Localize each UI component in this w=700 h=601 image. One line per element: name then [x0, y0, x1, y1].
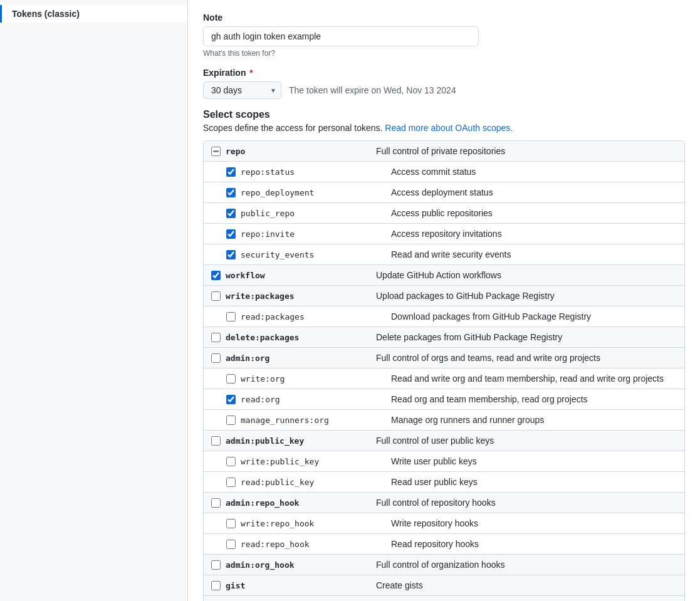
scope-row: delete:packagesDelete packages from GitH… — [204, 327, 684, 348]
scope-checkbox-admin_repo_hook[interactable] — [211, 498, 221, 508]
scope-desc: Upload packages to GitHub Package Regist… — [376, 291, 677, 301]
scope-row: repo:statusAccess commit status — [204, 162, 684, 182]
scope-name: security_events — [241, 250, 391, 259]
sidebar: Tokens (classic) — [0, 0, 188, 601]
scope-row: write:public_keyWrite user public keys — [204, 451, 684, 472]
scope-checkbox-write_public_key[interactable] — [226, 457, 236, 466]
note-group: Note What's this token for? — [203, 13, 685, 58]
scope-row: admin:public_keyFull control of user pub… — [204, 431, 684, 451]
scope-desc: Create gists — [376, 580, 677, 590]
scope-desc: Read and write security events — [391, 249, 677, 259]
scope-checkbox-security_events[interactable] — [226, 250, 236, 259]
scope-name: admin:org_hook — [226, 560, 376, 570]
main-content: Note What's this token for? Expiration *… — [188, 0, 700, 601]
scope-desc: Full control of repository hooks — [376, 498, 677, 508]
scope-desc: Read repository hooks — [391, 539, 677, 549]
scope-name: read:packages — [241, 312, 391, 321]
expiration-group: Expiration * 30 days 60 days 90 days No … — [203, 68, 685, 99]
scopes-desc: Scopes define the access for personal to… — [203, 123, 685, 133]
scope-desc: Update GitHub Action workflows — [376, 270, 677, 280]
scope-checkbox-write_repo_hook[interactable] — [226, 519, 236, 528]
scope-desc: Access repository invitations — [391, 229, 677, 239]
scope-desc: Read org and team membership, read org p… — [391, 394, 677, 404]
scope-checkbox-read_repo_hook[interactable] — [226, 540, 236, 549]
scope-name: read:org — [241, 395, 391, 404]
scope-name: repo:invite — [241, 229, 391, 239]
scope-row: admin:org_hookFull control of organizati… — [204, 555, 684, 575]
scope-row: read:orgRead org and team membership, re… — [204, 389, 684, 410]
scope-checkbox-repo_status[interactable] — [226, 167, 236, 177]
scope-desc: Access deployment status — [391, 187, 677, 197]
scope-row: write:repo_hookWrite repository hooks — [204, 513, 684, 534]
expiration-select-wrapper: 30 days 60 days 90 days No expiration Cu… — [203, 81, 281, 99]
scope-row: security_eventsRead and write security e… — [204, 244, 684, 265]
note-input[interactable] — [203, 26, 479, 46]
scope-checkbox-read_public_key[interactable] — [226, 478, 236, 487]
scope-desc: Write repository hooks — [391, 518, 677, 528]
scope-checkbox-repo[interactable] — [211, 147, 221, 156]
scope-checkbox-gist[interactable] — [211, 581, 221, 590]
scope-desc: Write user public keys — [391, 456, 677, 466]
scope-desc: Full control of user public keys — [376, 436, 677, 446]
scope-row: workflowUpdate GitHub Action workflows — [204, 265, 684, 286]
scope-name: admin:public_key — [226, 436, 376, 446]
scopes-table: repoFull control of private repositories… — [203, 140, 685, 601]
scope-name: repo:status — [241, 167, 391, 177]
scope-row: admin:orgFull control of orgs and teams,… — [204, 348, 684, 368]
scope-name: delete:packages — [226, 333, 376, 342]
required-marker: * — [249, 68, 253, 78]
scope-name: read:public_key — [241, 478, 391, 487]
scope-row: manage_runners:orgManage org runners and… — [204, 410, 684, 431]
scope-row: read:packagesDownload packages from GitH… — [204, 306, 684, 327]
scope-checkbox-manage_runners_org[interactable] — [226, 415, 236, 425]
scope-name: write:repo_hook — [241, 519, 391, 528]
scope-name: read:repo_hook — [241, 540, 391, 549]
scopes-group: Select scopes Scopes define the access f… — [203, 109, 685, 601]
scope-desc: Full control of organization hooks — [376, 560, 677, 570]
scope-name: workflow — [226, 271, 376, 280]
expiration-select[interactable]: 30 days 60 days 90 days No expiration Cu… — [203, 81, 281, 99]
sidebar-item-label: Tokens (classic) — [12, 9, 80, 19]
scope-name: admin:org — [226, 353, 376, 363]
scope-name: manage_runners:org — [241, 415, 391, 425]
scope-name: repo_deployment — [241, 188, 391, 197]
scope-checkbox-delete_packages[interactable] — [211, 333, 221, 342]
scope-checkbox-read_org[interactable] — [226, 395, 236, 404]
oauth-scopes-link[interactable]: Read more about OAuth scopes. — [385, 123, 513, 133]
scope-checkbox-repo_invite[interactable] — [226, 229, 236, 239]
scope-name: write:public_key — [241, 457, 391, 466]
scope-row: repoFull control of private repositories — [204, 141, 684, 162]
scope-name: public_repo — [241, 209, 391, 218]
scope-checkbox-admin_org_hook[interactable] — [211, 560, 221, 570]
scope-row: repo:inviteAccess repository invitations — [204, 224, 684, 244]
scope-name: admin:repo_hook — [226, 498, 376, 508]
scope-row: read:repo_hookRead repository hooks — [204, 534, 684, 555]
scope-row: gistCreate gists — [204, 575, 684, 596]
expiration-label: Expiration * — [203, 68, 685, 78]
scope-name: write:org — [241, 374, 391, 384]
scope-row: public_repoAccess public repositories — [204, 203, 684, 224]
scope-desc: Download packages from GitHub Package Re… — [391, 311, 677, 321]
scope-desc: Access public repositories — [391, 208, 677, 218]
scope-row: write:orgRead and write org and team mem… — [204, 368, 684, 389]
scope-name: gist — [226, 581, 376, 590]
scope-checkbox-public_repo[interactable] — [226, 209, 236, 218]
scope-desc: Full control of orgs and teams, read and… — [376, 353, 677, 363]
scope-name: write:packages — [226, 291, 376, 301]
scope-row: read:public_keyRead user public keys — [204, 472, 684, 493]
scope-desc: Manage org runners and runner groups — [391, 415, 677, 425]
sidebar-item-tokens-classic[interactable]: Tokens (classic) — [0, 5, 187, 23]
scope-checkbox-write_org[interactable] — [226, 374, 236, 384]
expiration-info: The token will expire on Wed, Nov 13 202… — [289, 85, 456, 95]
scope-name: repo — [226, 147, 376, 156]
scope-desc: Read and write org and team membership, … — [391, 374, 677, 384]
scope-checkbox-admin_public_key[interactable] — [211, 436, 221, 446]
expiration-row: 30 days 60 days 90 days No expiration Cu… — [203, 81, 685, 99]
scope-checkbox-workflow[interactable] — [211, 271, 221, 280]
scope-checkbox-read_packages[interactable] — [226, 312, 236, 321]
scopes-title: Select scopes — [203, 109, 685, 120]
scope-checkbox-admin_org[interactable] — [211, 353, 221, 363]
scope-checkbox-write_packages[interactable] — [211, 291, 221, 301]
scope-row: write:packagesUpload packages to GitHub … — [204, 286, 684, 306]
scope-checkbox-repo_deployment[interactable] — [226, 188, 236, 197]
